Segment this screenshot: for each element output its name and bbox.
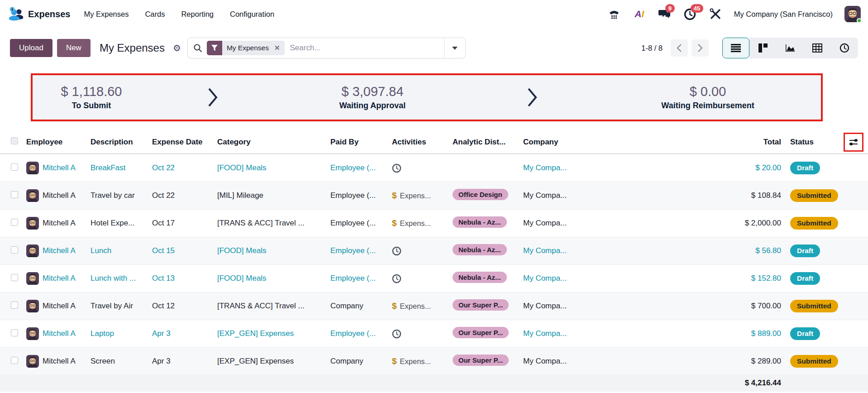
app-menu-button[interactable]: $ Expenses [8, 6, 70, 22]
row-checkbox[interactable] [11, 163, 18, 171]
phone-icon[interactable] [607, 7, 621, 21]
table-row[interactable]: Mitchell A Hotel Expe... Oct 17 [TRANS &… [0, 209, 868, 237]
expense-date: Apr 3 [152, 357, 217, 366]
header-activities[interactable]: Activities [392, 138, 453, 147]
header-category[interactable]: Category [217, 138, 330, 147]
expenses-app-icon: $ [8, 6, 24, 22]
search-icon[interactable] [193, 43, 202, 53]
messages-icon[interactable]: 9 [658, 7, 672, 21]
menu-reporting[interactable]: Reporting [181, 10, 214, 19]
upload-button[interactable]: Upload [10, 39, 52, 57]
optional-columns-annotation-box [844, 133, 863, 152]
expenses-app-page: $ Expenses My Expenses Cards Reporting C… [0, 0, 868, 393]
graph-view-button[interactable] [777, 38, 804, 58]
main-menu: My Expenses Cards Reporting Configuratio… [84, 10, 274, 19]
schedule-activity-clock-icon[interactable] [392, 163, 449, 173]
search-input[interactable] [285, 43, 444, 53]
dashboard-waiting-reimbursement[interactable]: $ 0.00 Waiting Reimbursement [595, 84, 821, 110]
header-description[interactable]: Description [91, 138, 152, 147]
kanban-view-button[interactable] [749, 38, 777, 58]
row-checkbox[interactable] [11, 246, 18, 254]
expense-total: $ 108.84 [706, 191, 784, 200]
activity-view-button[interactable] [831, 38, 858, 58]
row-checkbox[interactable] [11, 357, 18, 364]
table-row[interactable]: Mitchell A Travel by Air Oct 12 [TRANS &… [0, 292, 868, 320]
messages-badge: 9 [665, 4, 675, 13]
header-paid-by[interactable]: Paid By [330, 138, 392, 147]
expense-total: $ 56.80 [706, 246, 784, 255]
pager-previous-button[interactable] [671, 39, 688, 57]
expense-date: Oct 13 [152, 274, 217, 283]
employee-name: Mitchell A [43, 274, 76, 283]
company-cell: My Compa... [523, 191, 615, 200]
company-cell: My Compa... [523, 274, 615, 283]
header-analytic[interactable]: Analytic Dist... [453, 138, 523, 147]
company-cell: My Compa... [523, 163, 615, 173]
adjust-columns-icon[interactable] [849, 138, 858, 147]
table-row[interactable]: Mitchell A Screen Apr 3 [EXP_GEN] Expens… [0, 347, 868, 375]
expense-activity[interactable]: $ Expens... [392, 301, 431, 311]
company-cell: My Compa... [523, 357, 615, 366]
table-row[interactable]: Mitchell A BreakFast Oct 22 [FOOD] Meals… [0, 154, 868, 182]
list-view-button[interactable] [722, 38, 749, 58]
company-switcher[interactable]: My Company (San Francisco) [734, 10, 833, 19]
analytic-tag: Nebula - Az... [453, 216, 507, 228]
expense-activity[interactable]: $ Expens... [392, 191, 431, 201]
gear-icon[interactable]: ⚙ [173, 43, 181, 53]
activities-clock-icon[interactable]: 45 [683, 7, 697, 21]
employee-avatar [26, 189, 39, 202]
app-name: Expenses [28, 9, 70, 19]
select-all-checkbox[interactable] [11, 137, 18, 144]
paid-by: Employee (... [330, 219, 392, 228]
row-checkbox[interactable] [11, 191, 18, 198]
schedule-activity-clock-icon[interactable] [392, 246, 449, 256]
tools-icon[interactable] [709, 7, 722, 21]
new-button[interactable]: New [57, 39, 91, 57]
footer-total: $ 4,216.44 [706, 379, 784, 388]
table-row[interactable]: Mitchell A Lunch with ... Oct 13 [FOOD] … [0, 264, 868, 292]
row-checkbox[interactable] [11, 219, 18, 226]
company-cell: My Compa... [523, 329, 615, 338]
schedule-activity-clock-icon[interactable] [392, 274, 449, 283]
search-dropdown-toggle[interactable] [444, 38, 465, 58]
table-row[interactable]: Mitchell A Lunch Oct 15 [FOOD] Meals Emp… [0, 237, 868, 264]
expense-activity[interactable]: $ Expens... [392, 356, 431, 366]
row-checkbox[interactable] [11, 302, 18, 309]
expense-total: $ 289.00 [706, 357, 784, 366]
ai-icon[interactable]: AI [633, 7, 646, 21]
row-checkbox[interactable] [11, 329, 18, 336]
header-status[interactable]: Status [784, 138, 842, 147]
row-checkbox[interactable] [11, 274, 18, 281]
header-company[interactable]: Company [523, 138, 615, 147]
search-facet[interactable]: My Expenses ✕ [207, 41, 285, 55]
menu-cards[interactable]: Cards [145, 10, 165, 19]
waiting-approval-amount: $ 3,097.84 [341, 84, 403, 99]
facet-remove-icon[interactable]: ✕ [273, 44, 285, 52]
activity-label: Expens... [400, 357, 431, 366]
expense-activity[interactable]: $ Expens... [392, 218, 431, 228]
header-expense-date[interactable]: Expense Date [152, 138, 217, 147]
dashboard-waiting-approval[interactable]: $ 3,097.84 Waiting Approval [275, 84, 470, 110]
dashboard-to-submit[interactable]: $ 1,118.60 To Submit [33, 84, 150, 110]
facet-label: My Expenses [222, 44, 273, 52]
expense-total: $ 889.00 [706, 329, 784, 338]
menu-configuration[interactable]: Configuration [230, 10, 274, 19]
expense-category: [FOOD] Meals [217, 246, 330, 255]
status-badge: Draft [790, 244, 820, 257]
dollar-activity-icon: $ [392, 191, 397, 201]
schedule-activity-clock-icon[interactable] [392, 329, 449, 339]
waiting-approval-label: Waiting Approval [339, 101, 406, 110]
header-total[interactable]: Total [706, 138, 784, 147]
user-avatar[interactable] [844, 6, 861, 22]
table-row[interactable]: Mitchell A Travel by car Oct 22 [MIL] Mi… [0, 182, 868, 209]
table-row[interactable]: Mitchell A Laptop Apr 3 [EXP_GEN] Expens… [0, 320, 868, 347]
pivot-view-button[interactable] [804, 38, 831, 58]
activities-badge: 45 [691, 4, 703, 13]
pager-next-button[interactable] [692, 39, 709, 57]
menu-my-expenses[interactable]: My Expenses [84, 10, 129, 19]
paid-by: Employee (... [330, 191, 392, 200]
analytic-tag: Nebula - Az... [453, 272, 507, 283]
header-employee[interactable]: Employee [26, 138, 91, 147]
company-cell: My Compa... [523, 219, 615, 228]
paid-by: Employee (... [330, 246, 392, 255]
